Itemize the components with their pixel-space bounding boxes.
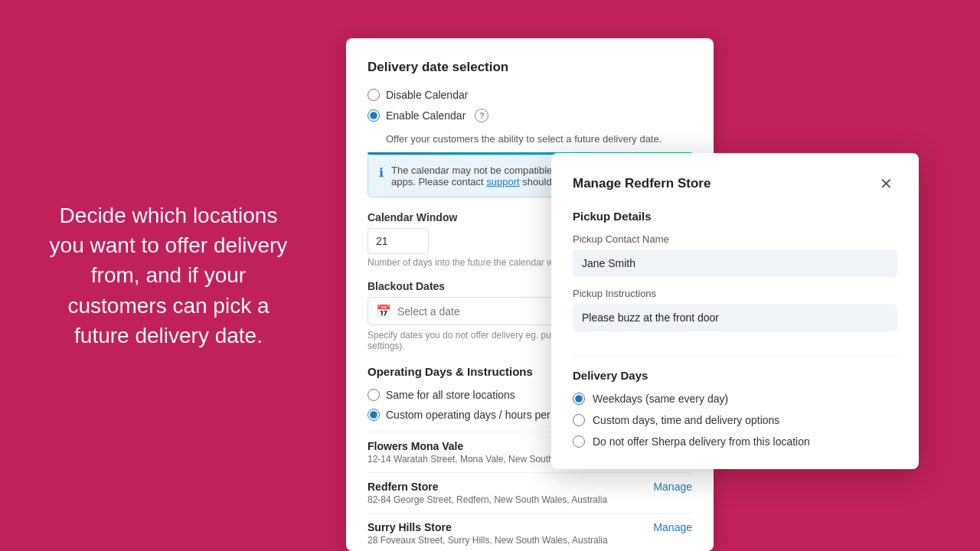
support-link[interactable]: support	[486, 176, 519, 187]
info-icon: ℹ	[379, 165, 384, 180]
weekdays-option[interactable]: Weekdays (same every day)	[573, 393, 897, 405]
calendar-window-input[interactable]	[368, 228, 429, 254]
no-sherpa-option[interactable]: Do not offer Sherpa delivery from this l…	[573, 435, 897, 448]
store-item-surry-hills: Surry Hills Store 28 Foveaux Street, Sur…	[368, 513, 692, 551]
manage-redfern-link[interactable]: Manage	[653, 481, 692, 493]
store-address: 28 Foveaux Street, Surry Hills, New Sout…	[368, 535, 608, 546]
same-all-stores-radio[interactable]	[368, 389, 380, 401]
modal-close-button[interactable]: ✕	[875, 174, 897, 193]
weekdays-label: Weekdays (same every day)	[593, 393, 728, 405]
enable-calendar-label: Enable Calendar	[386, 109, 466, 122]
modal-title: Manage Redfern Store	[573, 176, 710, 191]
custom-per-store-label: Custom operating days / hours per store	[386, 409, 577, 421]
background-text: Decide which locations you want to offer…	[46, 201, 291, 350]
contact-name-input[interactable]	[573, 249, 897, 277]
custom-per-store-radio[interactable]	[368, 409, 380, 421]
pickup-section-title: Pickup Details	[573, 210, 897, 223]
store-item-redfern: Redfern Store 82-84 George Street, Redfe…	[368, 472, 692, 513]
custom-days-option[interactable]: Custom days, time and delivery options	[573, 414, 897, 426]
manage-redfern-modal: Manage Redfern Store ✕ Pickup Details Pi…	[551, 153, 919, 469]
panel-title: Delivery date selection	[368, 60, 692, 75]
store-address: 82-84 George Street, Redfern, New South …	[368, 494, 607, 505]
delivery-days-radio-group: Weekdays (same every day) Custom days, t…	[573, 393, 897, 448]
no-sherpa-radio[interactable]	[573, 435, 585, 448]
contact-name-label: Pickup Contact Name	[573, 233, 897, 245]
store-info: Redfern Store 82-84 George Street, Redfe…	[368, 481, 607, 505]
pickup-instructions-input[interactable]	[573, 304, 897, 331]
enable-calendar-description: Offer your customers the ability to sele…	[386, 133, 692, 145]
manage-surry-hills-link[interactable]: Manage	[653, 521, 692, 533]
store-info: Surry Hills Store 28 Foveaux Street, Sur…	[368, 521, 608, 546]
weekdays-radio[interactable]	[573, 393, 585, 405]
same-all-stores-label: Same for all store locations	[386, 389, 515, 401]
disable-calendar-option[interactable]: Disable Calendar	[368, 89, 692, 101]
disable-calendar-label: Disable Calendar	[386, 89, 468, 101]
pickup-instructions-label: Pickup Instructions	[573, 288, 897, 299]
modal-section-divider	[573, 356, 897, 357]
delivery-date-radio-group: Disable Calendar Enable Calendar ?	[368, 89, 692, 122]
store-name: Surry Hills Store	[368, 521, 608, 533]
enable-calendar-option[interactable]: Enable Calendar ?	[368, 109, 692, 122]
custom-days-label: Custom days, time and delivery options	[593, 414, 779, 426]
delivery-days-title: Delivery Days	[573, 369, 897, 382]
help-icon[interactable]: ?	[475, 109, 488, 122]
custom-days-radio[interactable]	[573, 414, 585, 426]
enable-calendar-radio[interactable]	[368, 109, 380, 122]
calendar-icon: 📅	[376, 304, 391, 318]
modal-header: Manage Redfern Store ✕	[573, 174, 897, 193]
disable-calendar-radio[interactable]	[368, 89, 380, 101]
store-name: Redfern Store	[368, 481, 607, 493]
no-sherpa-label: Do not offer Sherpa delivery from this l…	[593, 435, 810, 448]
